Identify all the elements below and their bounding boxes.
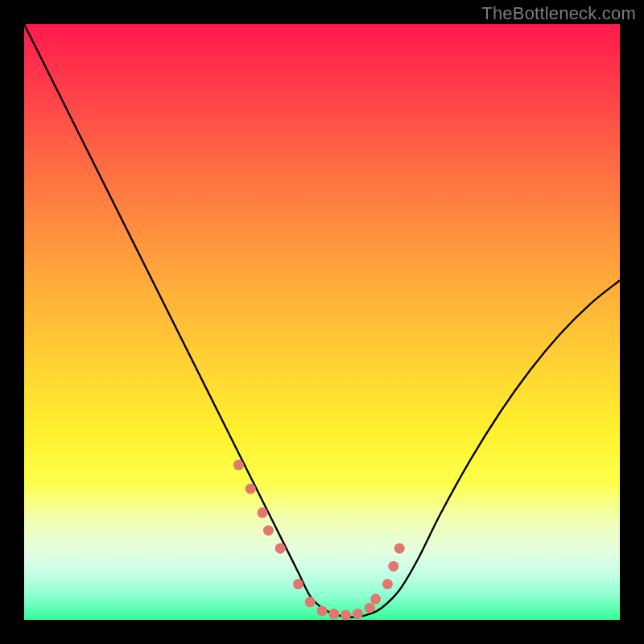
curve-svg bbox=[24, 24, 620, 620]
dot bbox=[328, 609, 339, 619]
dot bbox=[388, 561, 398, 572]
dot bbox=[258, 507, 268, 518]
plot-area bbox=[24, 24, 620, 620]
dot bbox=[305, 597, 316, 607]
curve-path bbox=[24, 24, 620, 617]
dot bbox=[365, 603, 375, 613]
dot bbox=[293, 579, 303, 589]
dot bbox=[317, 605, 328, 616]
dot bbox=[382, 579, 393, 589]
dot bbox=[341, 610, 351, 621]
watermark-text: TheBottleneck.com bbox=[481, 3, 636, 24]
dot bbox=[353, 609, 363, 619]
dot bbox=[370, 594, 381, 605]
bottleneck-curve bbox=[24, 24, 620, 617]
dot bbox=[275, 543, 286, 554]
chart-frame: TheBottleneck.com bbox=[0, 0, 644, 644]
highlighted-dots bbox=[233, 460, 405, 621]
dot bbox=[246, 484, 256, 494]
dot bbox=[263, 526, 274, 536]
dot bbox=[394, 543, 405, 554]
dot bbox=[233, 460, 244, 470]
